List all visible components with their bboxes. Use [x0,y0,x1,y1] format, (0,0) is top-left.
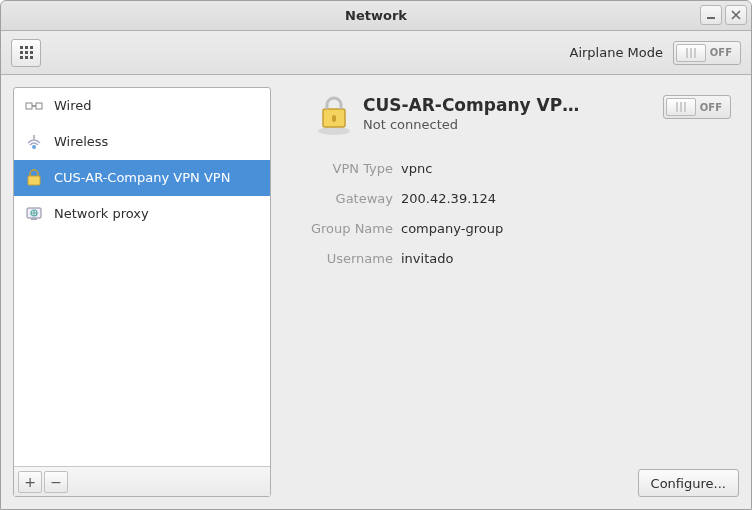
prop-label: Group Name [283,221,401,236]
close-button[interactable] [725,5,747,25]
svg-rect-14 [332,115,336,122]
vpn-lock-icon [24,168,44,188]
airplane-mode-label: Airplane Mode [570,45,663,60]
prop-value: invitado [401,251,453,266]
toggle-knob [666,98,696,116]
toolbar: Airplane Mode OFF [1,31,751,75]
prop-value: company-group [401,221,503,236]
connection-properties: VPN Type vpnc Gateway 200.42.39.124 Grou… [283,149,739,273]
svg-rect-2 [36,103,42,109]
grid-icon [20,46,33,59]
sidebar-item-label: CUS-AR-Company VPN VPN [54,170,230,185]
remove-connection-button[interactable]: − [44,471,68,493]
sidebar-item-wireless[interactable]: Wireless [14,124,270,160]
sidebar-item-label: Wireless [54,134,108,149]
svg-rect-5 [33,135,35,141]
airplane-mode-toggle[interactable]: OFF [673,41,741,65]
sidebar-item-label: Wired [54,98,92,113]
sidebar-item-label: Network proxy [54,206,149,221]
prop-row-gateway: Gateway 200.42.39.124 [283,183,739,213]
svg-point-12 [318,127,350,135]
svg-point-4 [32,145,36,149]
titlebar[interactable]: Network [1,1,751,31]
prop-label: Username [283,251,401,266]
sidebar-item-wired[interactable]: Wired [14,88,270,124]
sidebar-footer: + − [14,466,270,496]
window-controls [700,5,747,25]
sidebar-item-vpn[interactable]: CUS-AR-Company VPN VPN [14,160,270,196]
connection-title: CUS-AR-Company VPN V... [363,95,583,115]
connection-sidebar: Wired Wireless CUS-AR-Company VPN VPN [13,87,271,497]
svg-rect-1 [26,103,32,109]
svg-rect-8 [31,218,37,220]
detail-header: CUS-AR-Company VPN V... Not connected OF… [283,87,739,149]
all-settings-button[interactable] [11,39,41,67]
prop-label: VPN Type [283,161,401,176]
sidebar-item-proxy[interactable]: Network proxy [14,196,270,232]
wireless-icon [24,132,44,152]
proxy-icon [24,204,44,224]
window-title: Network [1,8,751,23]
minimize-button[interactable] [700,5,722,25]
add-connection-button[interactable]: + [18,471,42,493]
toggle-state-text: OFF [710,47,732,58]
connection-status: Not connected [363,117,655,132]
prop-row-group-name: Group Name company-group [283,213,739,243]
connection-list[interactable]: Wired Wireless CUS-AR-Company VPN VPN [14,88,270,466]
toggle-state-text: OFF [700,102,722,113]
connection-toggle[interactable]: OFF [663,95,731,119]
svg-rect-6 [28,176,40,185]
prop-row-username: Username invitado [283,243,739,273]
svg-rect-0 [707,17,715,19]
wired-icon [24,96,44,116]
prop-value: vpnc [401,161,432,176]
prop-label: Gateway [283,191,401,206]
connection-detail-panel: CUS-AR-Company VPN V... Not connected OF… [283,87,739,497]
vpn-lock-icon [313,95,355,137]
prop-value: 200.42.39.124 [401,191,496,206]
configure-button[interactable]: Configure... [638,469,739,497]
prop-row-vpn-type: VPN Type vpnc [283,153,739,183]
content-area: Wired Wireless CUS-AR-Company VPN VPN [1,75,751,509]
toggle-knob [676,44,706,62]
network-settings-window: Network Airplane Mode OFF [0,0,752,510]
